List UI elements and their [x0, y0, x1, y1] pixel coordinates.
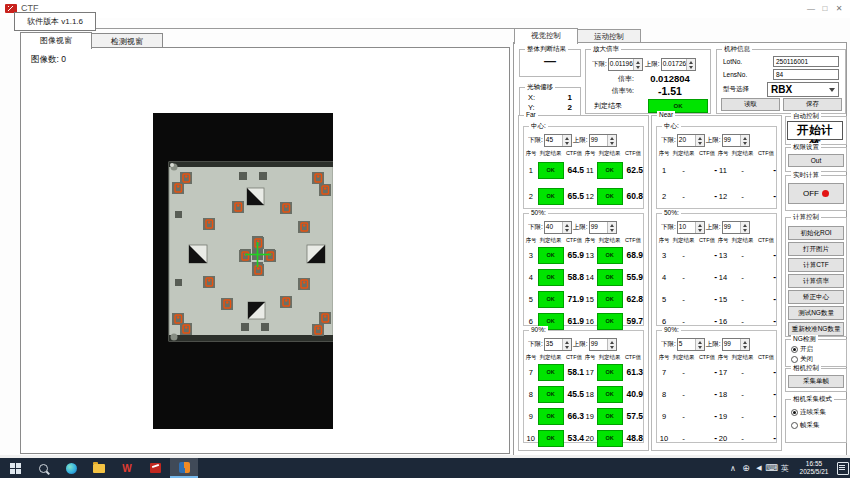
spin-down-icon[interactable]: [743, 346, 747, 349]
spinner-arrows[interactable]: [740, 135, 749, 146]
calc-button-0[interactable]: 初始化ROI: [788, 226, 844, 240]
spin-up-icon[interactable]: [565, 137, 569, 140]
spinner-arrows[interactable]: [607, 222, 616, 233]
spinner-arrows[interactable]: [695, 339, 704, 350]
upper-limit-spinner[interactable]: 99: [722, 221, 750, 234]
calc-button-3[interactable]: 计算倍率: [788, 274, 844, 288]
spin-up-icon[interactable]: [610, 137, 614, 140]
read-button[interactable]: 读取: [721, 98, 780, 111]
radio-selected-icon[interactable]: [791, 409, 798, 416]
lower-limit-spinner[interactable]: 45: [544, 134, 572, 147]
spinner-arrows[interactable]: [740, 339, 749, 350]
edge-taskbar-button[interactable]: [58, 458, 84, 478]
tab-vision-control[interactable]: 视觉控制: [514, 28, 578, 44]
spin-up-icon[interactable]: [698, 137, 702, 140]
spin-up-icon[interactable]: [698, 224, 702, 227]
volume-tray-button[interactable]: ◀: [753, 458, 765, 478]
language-indicator[interactable]: 英: [779, 458, 791, 478]
spin-down-icon[interactable]: [743, 142, 747, 145]
file-explorer-taskbar-button[interactable]: [86, 458, 112, 478]
spin-up-icon[interactable]: [565, 341, 569, 344]
version-tab[interactable]: 软件版本 v1.1.6: [14, 12, 96, 31]
spin-up-icon[interactable]: [743, 224, 747, 227]
spinner-arrows[interactable]: [740, 222, 749, 233]
spin-up-icon[interactable]: [565, 224, 569, 227]
radio-icon[interactable]: [791, 422, 798, 429]
spin-down-icon[interactable]: [698, 229, 702, 232]
upper-limit-spinner[interactable]: 99: [589, 338, 617, 351]
spin-down-icon[interactable]: [636, 66, 640, 69]
pdf-app-taskbar-button[interactable]: [142, 458, 168, 478]
taskbar-clock[interactable]: 16:55 2025/5/21: [791, 460, 837, 476]
calc-button-4[interactable]: 矫正中心: [788, 290, 844, 304]
lower-limit-spinner[interactable]: 35: [544, 338, 572, 351]
tray-chevron-button[interactable]: ∧: [727, 458, 739, 478]
spin-up-icon[interactable]: [689, 61, 693, 64]
mag-upper-spinner[interactable]: 0.01726: [661, 58, 696, 71]
lower-limit-spinner[interactable]: 20: [677, 134, 705, 147]
network-tray-button[interactable]: ⊕: [740, 458, 752, 478]
radio-icon[interactable]: [791, 356, 798, 363]
upper-limit-spinner[interactable]: 99: [589, 221, 617, 234]
calc-button-2[interactable]: 计算CTF: [788, 258, 844, 272]
capture-single-frame-button[interactable]: 采集单帧: [788, 375, 844, 388]
notification-center-button[interactable]: [836, 458, 850, 478]
spin-up-icon[interactable]: [636, 61, 640, 64]
lot-no-input[interactable]: 250116001: [773, 56, 839, 67]
spinner-arrows[interactable]: [633, 59, 642, 70]
upper-limit-spinner[interactable]: 99: [722, 134, 750, 147]
calc-button-1[interactable]: 打开图片: [788, 242, 844, 256]
realtime-off-button[interactable]: OFF: [788, 183, 844, 204]
spin-down-icon[interactable]: [743, 229, 747, 232]
start-button[interactable]: [2, 458, 28, 478]
lower-limit-spinner[interactable]: 10: [677, 221, 705, 234]
frame-capture-radio[interactable]: 帧采集: [791, 421, 820, 430]
calc-button-5[interactable]: 测试NG数量: [788, 306, 844, 320]
spinner-arrows[interactable]: [562, 339, 571, 350]
spinner-arrows[interactable]: [562, 135, 571, 146]
spin-up-icon[interactable]: [743, 137, 747, 140]
spin-up-icon[interactable]: [743, 341, 747, 344]
spin-down-icon[interactable]: [565, 142, 569, 145]
spinner-arrows[interactable]: [686, 59, 695, 70]
lower-limit-spinner[interactable]: 5: [677, 338, 705, 351]
spin-up-icon[interactable]: [610, 341, 614, 344]
spinner-arrows[interactable]: [607, 135, 616, 146]
upper-limit-spinner[interactable]: 99: [589, 134, 617, 147]
lower-limit-spinner[interactable]: 40: [544, 221, 572, 234]
mag-lower-spinner[interactable]: 0.01196: [608, 58, 643, 71]
radio-selected-icon[interactable]: [791, 346, 798, 353]
spin-down-icon[interactable]: [610, 346, 614, 349]
wps-taskbar-button[interactable]: W: [114, 458, 140, 478]
close-icon[interactable]: ✕: [832, 2, 846, 15]
spin-down-icon[interactable]: [565, 229, 569, 232]
start-calc-button[interactable]: 开始计算: [787, 121, 843, 140]
upper-limit-spinner[interactable]: 99: [722, 338, 750, 351]
minimize-icon[interactable]: —: [804, 2, 818, 15]
spin-down-icon[interactable]: [610, 229, 614, 232]
continuous-capture-radio[interactable]: 连续采集: [791, 408, 826, 417]
spinner-arrows[interactable]: [695, 222, 704, 233]
spin-up-icon[interactable]: [610, 224, 614, 227]
spin-down-icon[interactable]: [698, 142, 702, 145]
ng-on-radio[interactable]: 开启: [791, 345, 813, 354]
spin-down-icon[interactable]: [610, 142, 614, 145]
lens-no-input[interactable]: 84: [773, 69, 839, 80]
spin-up-icon[interactable]: [698, 341, 702, 344]
save-button[interactable]: 保存: [783, 98, 842, 111]
spinner-arrows[interactable]: [562, 222, 571, 233]
ctf-app-taskbar-button[interactable]: [170, 458, 198, 478]
spin-down-icon[interactable]: [698, 346, 702, 349]
calc-button-6[interactable]: 重新校准NG数量: [788, 322, 844, 336]
spin-down-icon[interactable]: [565, 346, 569, 349]
spin-down-icon[interactable]: [689, 66, 693, 69]
ng-off-radio[interactable]: 关闭: [791, 355, 813, 364]
model-select[interactable]: RBX: [767, 82, 839, 97]
permission-out-button[interactable]: Out: [788, 154, 844, 167]
tab-image-view[interactable]: 图像视窗: [20, 32, 92, 49]
keyboard-tray-button[interactable]: ⌨: [766, 458, 778, 478]
spinner-arrows[interactable]: [695, 135, 704, 146]
maximize-icon[interactable]: □: [818, 2, 832, 15]
spinner-arrows[interactable]: [607, 339, 616, 350]
search-button[interactable]: [30, 458, 56, 478]
